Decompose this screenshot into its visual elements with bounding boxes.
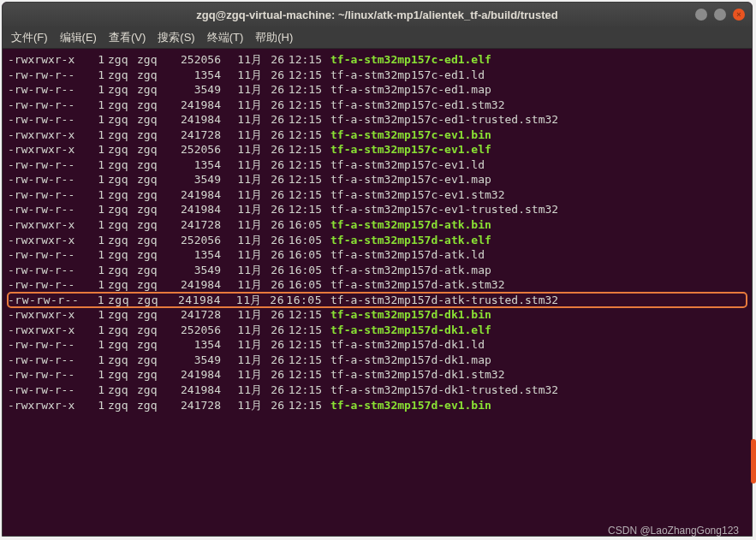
col-group: zgq xyxy=(137,172,170,187)
col-links: 1 xyxy=(89,142,104,157)
col-owner: zgq xyxy=(104,217,137,233)
watermark: CSDN @LaoZhangGong123 xyxy=(608,525,739,537)
col-size: 3549 xyxy=(170,82,221,98)
col-owner: zgq xyxy=(104,172,137,187)
filename: tf-a-stm32mp157c-ed1-trusted.stm32 xyxy=(327,112,558,128)
filename: tf-a-stm32mp157d-dk1.ld xyxy=(327,337,485,353)
listing-row: -rwxrwxr-x1zgqzgq25205611月2612:15tf-a-st… xyxy=(8,142,747,157)
filename: tf-a-stm32mp157c-ev1.ld xyxy=(327,157,485,173)
col-time: 12:15 xyxy=(284,157,327,173)
listing-row: -rw-rw-r--1zgqzgq24198411月2612:15tf-a-st… xyxy=(8,202,747,217)
col-links: 1 xyxy=(89,247,104,263)
col-day: 26 xyxy=(262,68,284,83)
col-perms: -rw-rw-r-- xyxy=(8,337,89,353)
col-owner: zgq xyxy=(104,383,137,398)
filename: tf-a-stm32mp157c-ev1.map xyxy=(327,172,491,187)
col-month: 11月 xyxy=(221,128,262,143)
col-owner: zgq xyxy=(104,277,137,293)
col-day: 26 xyxy=(262,263,284,278)
scroll-thumb[interactable] xyxy=(751,439,753,484)
menu-help[interactable]: 帮助(H) xyxy=(252,28,296,47)
listing-row: -rw-rw-r--1zgqzgq135411月2612:15tf-a-stm3… xyxy=(8,68,747,83)
listing-row: -rw-rw-r--1zgqzgq24198411月2616:05tf-a-st… xyxy=(8,293,747,308)
minimize-icon[interactable] xyxy=(695,9,707,21)
col-perms: -rw-rw-r-- xyxy=(8,367,89,383)
col-time: 12:15 xyxy=(284,68,327,83)
col-time: 12:15 xyxy=(284,112,327,128)
titlebar[interactable]: zgq@zgq-virtual-machine: ~/linux/atk-mp1… xyxy=(3,3,752,27)
col-links: 1 xyxy=(89,187,104,203)
listing-row: -rwxrwxr-x1zgqzgq24172811月2612:15tf-a-st… xyxy=(8,128,747,143)
listing-row: -rwxrwxr-x1zgqzgq24172811月2616:05tf-a-st… xyxy=(8,217,747,233)
filename: tf-a-stm32mp157d-dk1-trusted.stm32 xyxy=(327,383,558,398)
col-month: 11月 xyxy=(221,52,262,68)
col-month: 11月 xyxy=(221,82,262,98)
col-time: 12:15 xyxy=(284,383,327,398)
col-group: zgq xyxy=(137,202,170,217)
col-time: 12:15 xyxy=(284,202,327,217)
col-perms: -rwxrwxr-x xyxy=(8,52,89,68)
col-owner: zgq xyxy=(104,52,137,68)
col-group: zgq xyxy=(137,98,170,113)
col-month: 11月 xyxy=(221,307,262,323)
terminal-content[interactable]: -rwxrwxr-x1zgqzgq25205611月2612:15tf-a-st… xyxy=(3,49,752,536)
col-perms: -rw-rw-r-- xyxy=(8,187,89,203)
menubar: 文件(F) 编辑(E) 查看(V) 搜索(S) 终端(T) 帮助(H) xyxy=(3,27,752,49)
listing-row: -rw-rw-r--1zgqzgq24198411月2612:15tf-a-st… xyxy=(8,112,747,128)
filename: tf-a-stm32mp157d-atk.elf xyxy=(327,233,491,248)
listing-row: -rw-rw-r--1zgqzgq354911月2612:15tf-a-stm3… xyxy=(8,82,747,98)
menu-file[interactable]: 文件(F) xyxy=(8,28,51,47)
filename: tf-a-stm32mp157d-dk1.map xyxy=(327,353,491,368)
maximize-icon[interactable] xyxy=(714,9,726,21)
col-group: zgq xyxy=(137,68,170,83)
col-group: zgq xyxy=(137,337,170,353)
col-day: 26 xyxy=(262,337,284,353)
col-perms: -rwxrwxr-x xyxy=(8,398,89,413)
listing-row: -rw-rw-r--1zgqzgq354911月2612:15tf-a-stm3… xyxy=(8,172,747,187)
col-time: 12:15 xyxy=(284,337,327,353)
col-owner: zgq xyxy=(104,157,137,173)
col-size: 252056 xyxy=(170,233,221,248)
menu-terminal[interactable]: 终端(T) xyxy=(204,28,247,47)
col-size: 241728 xyxy=(170,398,221,413)
close-icon[interactable]: × xyxy=(733,9,745,21)
filename: tf-a-stm32mp157c-ev1-trusted.stm32 xyxy=(327,202,558,217)
col-month: 11月 xyxy=(221,233,262,248)
listing-row: -rw-rw-r--1zgqzgq354911月2616:05tf-a-stm3… xyxy=(8,263,747,278)
col-month: 11月 xyxy=(221,68,262,83)
col-month: 11月 xyxy=(221,187,262,203)
col-time: 16:05 xyxy=(284,217,327,233)
col-group: zgq xyxy=(137,383,170,398)
col-month: 11月 xyxy=(221,247,262,263)
col-perms: -rw-rw-r-- xyxy=(8,68,89,83)
menu-edit[interactable]: 编辑(E) xyxy=(57,28,100,47)
col-day: 26 xyxy=(262,383,284,398)
col-size: 1354 xyxy=(170,247,221,263)
col-month: 11月 xyxy=(221,202,262,217)
col-size: 241984 xyxy=(170,202,221,217)
col-owner: zgq xyxy=(104,307,137,323)
col-links: 1 xyxy=(89,263,104,278)
menu-view[interactable]: 查看(V) xyxy=(105,28,149,47)
col-month: 11月 xyxy=(221,217,262,233)
col-day: 26 xyxy=(262,353,284,368)
col-month: 11月 xyxy=(221,112,262,128)
col-size: 241728 xyxy=(170,128,221,143)
filename: tf-a-stm32mp157d-atk-trusted.stm32 xyxy=(327,293,558,308)
col-day: 26 xyxy=(262,277,284,293)
col-size: 241984 xyxy=(170,98,221,113)
col-perms: -rw-rw-r-- xyxy=(8,112,89,128)
col-group: zgq xyxy=(137,263,170,278)
scrollbar[interactable] xyxy=(749,46,753,492)
col-perms: -rwxrwxr-x xyxy=(8,307,89,323)
col-owner: zgq xyxy=(104,337,137,353)
menu-search[interactable]: 搜索(S) xyxy=(154,28,198,47)
col-links: 1 xyxy=(89,112,104,128)
col-group: zgq xyxy=(137,277,170,293)
col-month: 11月 xyxy=(221,142,262,157)
col-day: 26 xyxy=(262,247,284,263)
col-perms: -rw-rw-r-- xyxy=(8,263,89,278)
col-group: zgq xyxy=(137,398,170,413)
col-links: 1 xyxy=(89,68,104,83)
col-size: 241984 xyxy=(170,293,221,308)
